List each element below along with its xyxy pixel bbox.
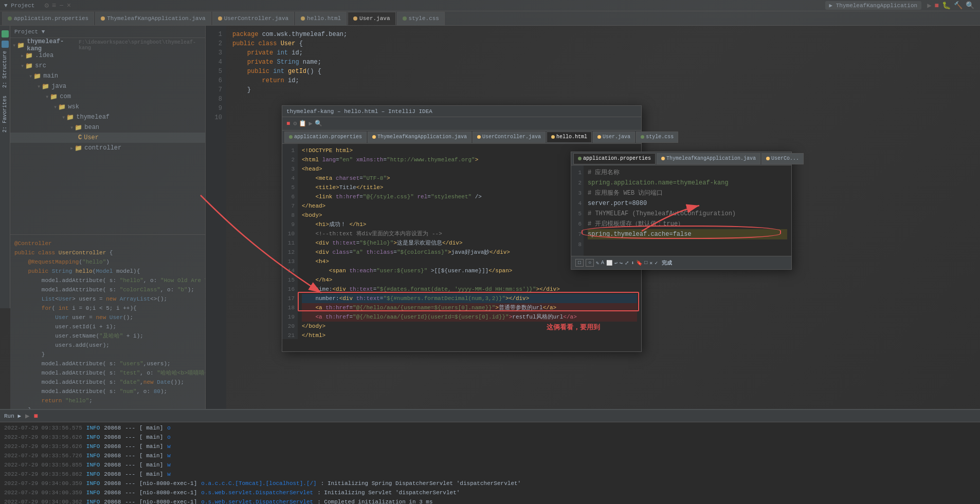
log-sep: --- [125, 470, 135, 479]
log-class: w [167, 451, 171, 460]
html-line-18: <a th:href="@{/hello/aaa/{username=${use… [302, 303, 637, 312]
console-log-7: 2022-07-29 09:34:00.359 INFO 20868 --- [… [4, 479, 976, 488]
code-line-9: } [232, 85, 964, 95]
log-pid: 20868 [104, 479, 121, 488]
props-line-numbers: 12345 678 [571, 165, 584, 269]
html-line-21: </html> [302, 331, 637, 339]
console-icon-1[interactable]: ▶ [25, 412, 29, 420]
log-thread: [ main] [139, 470, 163, 479]
action-btn-x[interactable]: ✕ [649, 260, 652, 266]
log-time: 2022-07-29 09:34:00.362 [4, 497, 82, 504]
code-line-8: return id; [232, 76, 964, 85]
action-btn-obj[interactable]: ⬜ [606, 260, 612, 266]
props-tab-controller[interactable]: UserCo... [761, 153, 804, 164]
log-pid: 20868 [104, 460, 121, 470]
console-icon-stop[interactable]: ■ [33, 412, 38, 420]
log-pid: 20868 [104, 423, 121, 433]
props-line-8 [588, 239, 787, 250]
log-thread: [ main] [139, 442, 163, 451]
tab-dot [578, 157, 582, 160]
log-pid: 20868 [104, 451, 121, 460]
floating-tab-properties[interactable]: application.properties [284, 132, 367, 143]
action-btn-bookmark[interactable]: 🔖 [636, 260, 642, 266]
floating-tab-user[interactable]: User.java [593, 132, 635, 143]
toolbar-icon[interactable]: 🔍 [315, 120, 322, 127]
tab-dot [661, 157, 665, 160]
log-pid: 20868 [104, 497, 121, 504]
log-time: 2022-07-29 09:33:56.626 [4, 442, 82, 451]
html-line-19: <a th:href="@{/hello/aaa/{userId}(userId… [302, 312, 637, 322]
log-class: w [167, 460, 171, 470]
log-msg: : Initializing Servlet 'dispatcherServle… [317, 488, 460, 497]
toolbar-icon[interactable]: 📋 [299, 120, 306, 127]
tab-label: hello.html [556, 134, 587, 140]
log-sep: --- [125, 442, 135, 451]
log-thread: [ main] [139, 423, 163, 433]
left-sidebar: 2: Structure 2: Favorites [0, 26, 10, 308]
log-class: o.a.c.c.C.[Tomcat].[localhost].[/] [201, 479, 316, 488]
props-line-6: # 开启模板缓存（默认值：true） [588, 219, 787, 229]
code-line-7: public int getId() { [232, 67, 964, 76]
tab-label: UserController.java [482, 134, 541, 140]
sidebar-icon-2[interactable] [2, 41, 9, 48]
props-tab-app[interactable]: ThymeleafKangApplication.java [657, 153, 760, 164]
action-btn-edit[interactable]: ✎ [596, 260, 599, 266]
log-level: INFO [86, 497, 100, 504]
log-class: o.s.web.servlet.DispatcherServlet [201, 497, 313, 504]
action-btn-expand[interactable]: ⤢ [625, 260, 629, 266]
sidebar-label-structure[interactable]: 2: Structure [2, 51, 8, 88]
tab-dot [597, 135, 601, 139]
log-level: INFO [86, 470, 100, 479]
toolbar-stop[interactable]: ■ [286, 120, 290, 127]
floating-tab-hello[interactable]: hello.html [547, 132, 592, 143]
console-log-9: 2022-07-29 09:34:00.362 INFO 20868 --- [… [4, 497, 976, 504]
log-level: INFO [86, 451, 100, 460]
floating-tab-app[interactable]: ThymeleafKangApplication.java [368, 132, 471, 143]
log-sep: --- [125, 479, 135, 488]
tab-label: ThymeleafKangApplication.java [666, 156, 756, 161]
action-btn-oval[interactable]: ○ [586, 259, 594, 267]
console-content: 2022-07-29 09:33:56.575 INFO 20868 --- [… [0, 422, 980, 504]
floating-tab-controller[interactable]: UserController.java [473, 132, 546, 143]
log-time: 2022-07-29 09:33:56.626 [4, 433, 82, 442]
sidebar-label-favorites[interactable]: 2: Favorites [2, 96, 8, 133]
tab-dot [641, 135, 644, 139]
log-level: INFO [86, 460, 100, 470]
log-pid: 20868 [104, 470, 121, 479]
log-pid: 20868 [104, 488, 121, 497]
log-class: o [167, 433, 171, 442]
action-btn-dl[interactable]: ⬇ [631, 260, 634, 266]
floating-line-numbers: 12345 678910 1112131415 1617181920 21 [282, 144, 298, 339]
props-line-4: server.port=8080 [588, 198, 787, 209]
action-complete-label: 完成 [662, 259, 672, 267]
props-action-bar: □ ○ ✎ A ⬜ ↩ ↪ ⤢ ⬇ 🔖 □ ✕ ✓ 完成 [571, 256, 791, 269]
action-btn-undo[interactable]: ↩ [614, 260, 618, 266]
log-thread: [ main] [139, 451, 163, 460]
props-line-3: # 应用服务 WEB 访问端口 [588, 188, 787, 198]
action-btn-check[interactable]: ✓ [655, 260, 658, 266]
action-btn-redo[interactable]: ↪ [620, 260, 623, 266]
log-class: w [167, 442, 171, 451]
tab-dot [289, 135, 293, 139]
sidebar-icon-1[interactable] [2, 30, 9, 38]
tab-label: application.properties [294, 134, 362, 140]
annotation-text: 这俩看看，要用到 [547, 323, 600, 332]
floating-tab-css[interactable]: style.css [636, 132, 678, 143]
props-code-lines[interactable]: # 应用名称 spring.application.name=thymeleaf… [584, 165, 791, 269]
log-msg: : Initializing Spring DispatcherServlet … [321, 479, 521, 488]
log-time: 2022-07-29 09:33:56.862 [4, 470, 82, 479]
action-btn-a[interactable]: A [601, 260, 604, 266]
log-thread: [nio-8080-exec-1] [139, 488, 197, 497]
toolbar-icon[interactable]: ⚙ [293, 120, 297, 127]
menu-vcs[interactable]: thymeleaf-kang – hello.html – IntelliJ I… [286, 108, 432, 115]
console-log-5: 2022-07-29 09:33:56.855 INFO 20868 --- [… [4, 460, 976, 470]
log-thread: [ main] [139, 433, 163, 442]
props-tab-properties[interactable]: application.properties [573, 153, 656, 164]
code-line-5: private String name; [232, 58, 964, 67]
log-time: 2022-07-29 09:34:00.359 [4, 488, 82, 497]
toolbar-icon[interactable]: ▶ [308, 120, 312, 127]
action-btn-rect[interactable]: □ [575, 259, 584, 267]
code-line-1: package com.wsk.thymeleaf.bean; [232, 30, 964, 39]
action-btn-box[interactable]: □ [644, 260, 647, 266]
tab-label: ThymeleafKangApplication.java [377, 134, 467, 140]
